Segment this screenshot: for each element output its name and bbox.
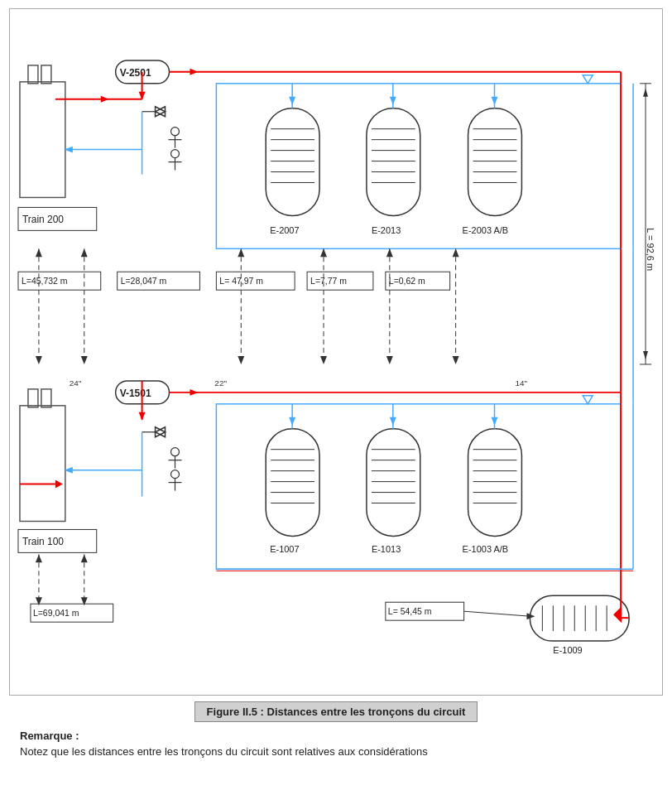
svg-rect-98	[266, 429, 319, 537]
dim14-label: 14"	[515, 378, 527, 388]
dim22-label: 22"	[214, 378, 227, 388]
svg-marker-82	[453, 356, 459, 364]
svg-rect-140	[530, 595, 629, 641]
svg-point-133	[171, 470, 180, 479]
svg-marker-120	[289, 417, 295, 426]
svg-marker-48	[156, 107, 166, 117]
e2007-label: E-2007	[270, 225, 299, 235]
svg-marker-79	[386, 356, 393, 364]
svg-marker-126	[139, 412, 146, 421]
svg-marker-156	[36, 554, 42, 562]
train200-label: Train 200	[22, 214, 64, 225]
diagram-container: Train 200 V-2501 L = 92,6 m	[9, 8, 663, 696]
svg-marker-69	[81, 248, 88, 257]
svg-rect-105	[367, 429, 420, 537]
svg-marker-13	[643, 89, 648, 97]
svg-marker-159	[81, 554, 88, 562]
svg-marker-87	[55, 480, 63, 489]
svg-marker-73	[238, 356, 244, 364]
figure-title: Figure II.5 : Distances entre les tronço…	[194, 701, 478, 722]
e1009-label: E-1009	[553, 645, 582, 655]
remark-title: Remarque :	[20, 730, 652, 742]
svg-marker-122	[390, 417, 396, 426]
v2501-label: V-2501	[120, 67, 151, 79]
svg-marker-81	[453, 248, 459, 257]
svg-marker-75	[320, 248, 327, 257]
svg-marker-67	[36, 356, 42, 364]
figure-caption: Figure II.5 : Distances entre les tronço…	[8, 706, 664, 718]
svg-rect-112	[468, 429, 522, 537]
svg-marker-128	[156, 427, 166, 437]
train100-label: Train 100	[22, 536, 64, 547]
svg-marker-76	[320, 356, 327, 364]
svg-marker-6	[190, 69, 198, 75]
svg-marker-72	[238, 248, 244, 257]
svg-marker-66	[36, 248, 42, 257]
svg-point-51	[171, 128, 180, 136]
l-28047-label: L=28,047 m	[121, 277, 167, 286]
svg-marker-42	[583, 75, 593, 84]
svg-marker-45	[101, 96, 109, 103]
svg-marker-14	[643, 351, 648, 359]
l-777-label: L=7,77 m	[310, 277, 347, 286]
svg-marker-49	[156, 107, 166, 117]
svg-point-130	[171, 448, 180, 456]
e1013-label: E-1013	[372, 544, 401, 554]
svg-marker-39	[390, 97, 396, 105]
svg-marker-37	[289, 97, 295, 105]
svg-rect-86	[41, 389, 51, 407]
svg-rect-15	[266, 108, 319, 216]
e2003ab-label: E-2003 A/B	[463, 225, 509, 235]
svg-marker-70	[81, 356, 88, 364]
svg-rect-29	[468, 108, 522, 216]
e1003ab-label: E-1003 A/B	[463, 544, 509, 554]
e2013-label: E-2013	[372, 225, 401, 235]
svg-rect-2	[28, 65, 38, 84]
v1501-label: V-1501	[120, 388, 151, 399]
svg-marker-41	[492, 97, 498, 105]
svg-marker-78	[386, 248, 393, 257]
svg-point-54	[171, 150, 180, 158]
svg-marker-124	[492, 417, 498, 426]
svg-rect-85	[28, 389, 38, 407]
svg-marker-95	[583, 396, 593, 404]
svg-rect-3	[41, 65, 51, 84]
e1007-label: E-1007	[270, 544, 299, 554]
remark-text: Notez que les distances entre les tronço…	[20, 745, 652, 758]
remark-section: Remarque : Notez que les distances entre…	[8, 730, 664, 758]
svg-marker-127	[156, 427, 166, 437]
l-45732-label: L=45,732 m	[22, 277, 68, 286]
dim24-label: 24"	[70, 378, 82, 388]
svg-rect-22	[367, 108, 420, 216]
svg-marker-91	[190, 389, 198, 396]
svg-rect-84	[20, 406, 65, 522]
l-69041-label: L=69,041 m	[33, 609, 79, 618]
l-4797-label: L= 47,97 m	[219, 277, 263, 286]
svg-line-152	[464, 611, 530, 616]
l-5445-label: L= 54,45 m	[388, 607, 432, 616]
l-062-label: L=0,62 m	[389, 277, 425, 286]
l-92-6-label: L = 92,6 m	[646, 228, 655, 271]
page: Train 200 V-2501 L = 92,6 m	[0, 0, 672, 766]
